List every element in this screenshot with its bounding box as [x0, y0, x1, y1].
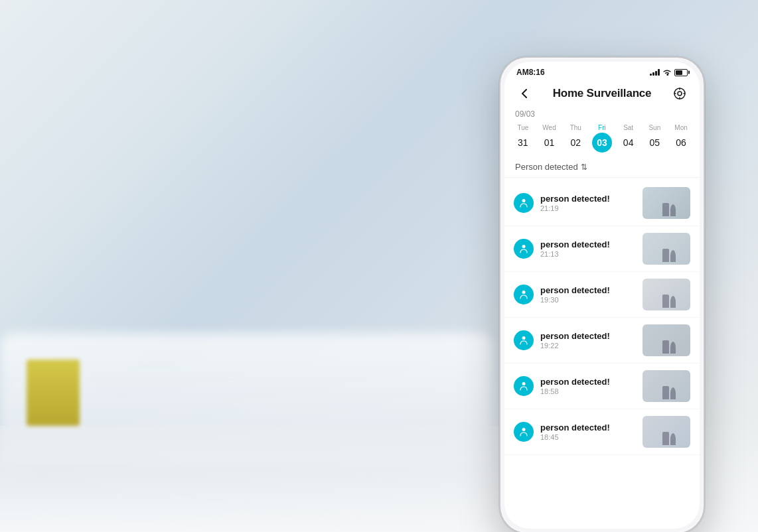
event-item[interactable]: person detected! 21:13 — [504, 226, 700, 272]
event-info: person detected! 19:22 — [540, 331, 636, 350]
calendar-day-01[interactable]: Wed 01 — [538, 124, 562, 153]
calendar-row: Tue 31 Wed 01 Thu 02 Fri 03 Sat 04 Sun 0… — [504, 124, 700, 162]
event-title: person detected! — [540, 285, 636, 295]
event-info: person detected! 18:58 — [540, 377, 636, 395]
event-icon — [514, 330, 534, 350]
event-item[interactable]: person detected! 21:19 — [504, 180, 700, 226]
event-info: person detected! 19:30 — [540, 285, 636, 304]
day-number: 06 — [671, 133, 691, 153]
day-name: Sun — [648, 124, 660, 131]
event-time: 18:45 — [540, 433, 636, 441]
event-thumbnail — [643, 187, 690, 219]
event-time: 21:13 — [540, 250, 636, 258]
day-number: 01 — [540, 133, 560, 153]
phone-screen: AM8:16 — [504, 62, 700, 529]
day-number: 03 — [592, 133, 612, 153]
svg-point-11 — [522, 428, 526, 431]
event-icon — [514, 422, 534, 442]
event-item[interactable]: person detected! 19:22 — [504, 318, 700, 364]
svg-point-10 — [522, 382, 526, 385]
event-time: 19:30 — [540, 296, 636, 304]
event-title: person detected! — [540, 194, 636, 204]
svg-point-6 — [522, 199, 526, 202]
settings-button[interactable] — [670, 84, 689, 103]
event-item[interactable]: person detected! 19:30 — [504, 272, 700, 318]
date-label: 09/03 — [504, 109, 700, 124]
calendar-day-02[interactable]: Thu 02 — [564, 124, 587, 153]
day-name: Fri — [598, 124, 606, 131]
signal-icon — [650, 69, 660, 76]
status-icons — [650, 69, 688, 76]
event-time: 18:58 — [540, 387, 636, 395]
page-title: Home Surveillance — [553, 87, 652, 100]
calendar-day-05[interactable]: Sun 05 — [643, 124, 666, 153]
event-thumbnail — [643, 233, 690, 265]
wifi-icon — [662, 69, 672, 76]
day-name: Mon — [674, 124, 687, 131]
event-item[interactable]: person detected! 18:45 — [504, 409, 700, 455]
svg-point-9 — [522, 336, 526, 340]
day-number: 31 — [513, 133, 533, 153]
day-name: Sat — [623, 124, 633, 131]
event-time: 19:22 — [540, 342, 636, 350]
event-thumbnail — [643, 279, 690, 310]
back-button[interactable] — [515, 84, 534, 103]
event-title: person detected! — [540, 331, 636, 341]
svg-point-0 — [678, 92, 682, 96]
event-thumbnail — [643, 416, 690, 448]
calendar-day-03[interactable]: Fri 03 — [590, 124, 614, 153]
phone-wrapper: AM8:16 — [499, 56, 705, 532]
event-title: person detected! — [540, 377, 636, 387]
event-thumbnail — [643, 370, 690, 402]
events-list: person detected! 21:19 person detected! … — [504, 180, 700, 529]
phone-device: AM8:16 — [499, 56, 705, 532]
event-title: person detected! — [540, 423, 636, 432]
calendar-day-06[interactable]: Mon 06 — [669, 124, 693, 153]
event-icon — [514, 193, 534, 213]
event-icon — [514, 376, 534, 396]
filter-row[interactable]: Person detected ⇅ — [504, 162, 700, 178]
calendar-day-04[interactable]: Sat 04 — [617, 124, 641, 153]
event-info: person detected! 21:13 — [540, 239, 636, 258]
event-title: person detected! — [540, 239, 636, 249]
svg-point-7 — [522, 245, 526, 248]
svg-point-8 — [522, 291, 526, 294]
event-thumbnail — [643, 324, 690, 356]
event-time: 21:19 — [540, 204, 636, 212]
app-header: Home Surveillance — [504, 80, 700, 109]
status-time: AM8:16 — [516, 68, 545, 77]
day-name: Tue — [517, 124, 528, 131]
filter-label: Person detected — [515, 162, 578, 172]
day-name: Thu — [570, 124, 581, 131]
calendar-day-31[interactable]: Tue 31 — [511, 124, 535, 153]
event-info: person detected! 21:19 — [540, 194, 636, 212]
event-icon — [514, 239, 534, 259]
sort-icon[interactable]: ⇅ — [581, 163, 587, 172]
event-icon — [514, 285, 534, 304]
event-item[interactable]: person detected! 18:58 — [504, 364, 700, 409]
battery-icon — [674, 69, 688, 76]
status-bar: AM8:16 — [504, 62, 700, 80]
day-name: Wed — [542, 124, 556, 131]
event-info: person detected! 18:45 — [540, 423, 636, 441]
yellow-object — [27, 360, 80, 426]
day-number: 05 — [644, 133, 664, 153]
day-number: 04 — [619, 133, 639, 153]
day-number: 02 — [566, 133, 585, 153]
